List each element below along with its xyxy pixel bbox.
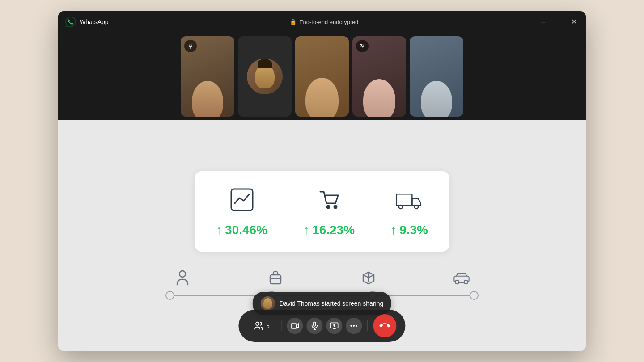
- participant-thumb-5[interactable]: [410, 36, 463, 117]
- svg-point-4: [334, 206, 337, 208]
- stat-number-truck: 9.3%: [399, 223, 428, 237]
- timeline-seg-3: [377, 295, 470, 296]
- close-button[interactable]: ✕: [569, 17, 579, 26]
- mute-badge-4: [356, 40, 369, 52]
- svg-rect-5: [396, 194, 412, 206]
- maximize-button[interactable]: □: [554, 17, 562, 26]
- participant-thumb-1[interactable]: [181, 36, 234, 117]
- encryption-label-area: 🔒 End-to-end endcrypted: [109, 19, 540, 25]
- share-screen-icon: [330, 321, 339, 330]
- cart-icon: [315, 185, 343, 216]
- truck-icon: [395, 185, 424, 216]
- timeline-icons: [165, 269, 479, 286]
- stat-number-cart: 16.23%: [312, 223, 355, 237]
- svg-rect-15: [291, 324, 297, 328]
- mic-button[interactable]: [307, 318, 323, 334]
- share-screen-button[interactable]: [326, 318, 343, 334]
- mute-badge-1: [184, 40, 197, 52]
- more-dots: •••: [350, 322, 358, 329]
- stats-card: ↑ 30.46% ↑ 16.23%: [195, 171, 449, 252]
- svg-point-3: [327, 206, 330, 208]
- participant-thumb-2[interactable]: [238, 36, 292, 117]
- svg-point-8: [179, 271, 186, 277]
- whatsapp-icon: [65, 17, 76, 27]
- stat-number-chart: 30.46%: [225, 223, 267, 237]
- stat-item-cart: ↑ 16.23%: [303, 185, 355, 237]
- divider-1: [281, 320, 282, 331]
- stat-value-cart: ↑ 16.23%: [303, 223, 355, 237]
- stat-item-chart: ↑ 30.46%: [216, 185, 267, 237]
- encryption-text: End-to-end endcrypted: [299, 19, 358, 25]
- titlebar: WhatsApp 🔒 End-to-end endcrypted – □ ✕: [58, 11, 586, 33]
- call-controls: 5: [238, 310, 405, 342]
- participants-icon: [254, 321, 263, 331]
- participants-count: 5: [266, 323, 269, 329]
- svg-point-14: [256, 322, 259, 325]
- stat-arrow-cart: ↑: [303, 223, 309, 237]
- svg-rect-16: [314, 322, 316, 326]
- video-strip: [58, 33, 586, 120]
- minimize-button[interactable]: –: [539, 17, 547, 26]
- timeline-icon-bag: [262, 269, 289, 286]
- app-window: WhatsApp 🔒 End-to-end endcrypted – □ ✕: [58, 11, 586, 351]
- mic-icon: [310, 321, 319, 330]
- stat-value-truck: ↑ 9.3%: [390, 223, 428, 237]
- participants-button[interactable]: 5: [247, 317, 275, 334]
- timeline-icon-car: [448, 269, 475, 286]
- svg-rect-9: [270, 275, 281, 284]
- video-button[interactable]: [287, 318, 303, 334]
- timeline-dot-4: [470, 291, 479, 300]
- timeline-dot-1: [165, 291, 174, 300]
- timeline-icon-box: [355, 269, 382, 286]
- svg-rect-13: [459, 282, 464, 282]
- app-logo: WhatsApp: [65, 17, 109, 27]
- stat-arrow-chart: ↑: [216, 223, 222, 237]
- end-call-icon: [380, 320, 390, 331]
- toast-avatar: [261, 296, 275, 311]
- app-name: WhatsApp: [80, 18, 109, 25]
- end-call-button[interactable]: [373, 314, 397, 337]
- david-thomas-avatar: [247, 59, 283, 94]
- participant-thumb-3[interactable]: [295, 36, 349, 117]
- stat-arrow-truck: ↑: [390, 223, 397, 237]
- shared-screen-area: ↑ 30.46% ↑ 16.23%: [58, 120, 586, 351]
- lock-icon: 🔒: [290, 19, 297, 25]
- stat-item-truck: ↑ 9.3%: [390, 185, 428, 237]
- window-controls: – □ ✕: [539, 17, 579, 26]
- chart-icon: [228, 185, 256, 216]
- video-icon: [291, 321, 300, 330]
- stat-value-chart: ↑ 30.46%: [216, 223, 267, 237]
- divider-2: [368, 320, 368, 331]
- timeline-icon-person: [169, 269, 196, 286]
- participant-thumb-4[interactable]: [352, 36, 406, 117]
- more-button[interactable]: •••: [346, 318, 362, 334]
- timeline-seg-1: [174, 295, 267, 296]
- toast-text: David Thomas started screen sharing: [280, 300, 383, 307]
- svg-rect-10: [454, 276, 469, 282]
